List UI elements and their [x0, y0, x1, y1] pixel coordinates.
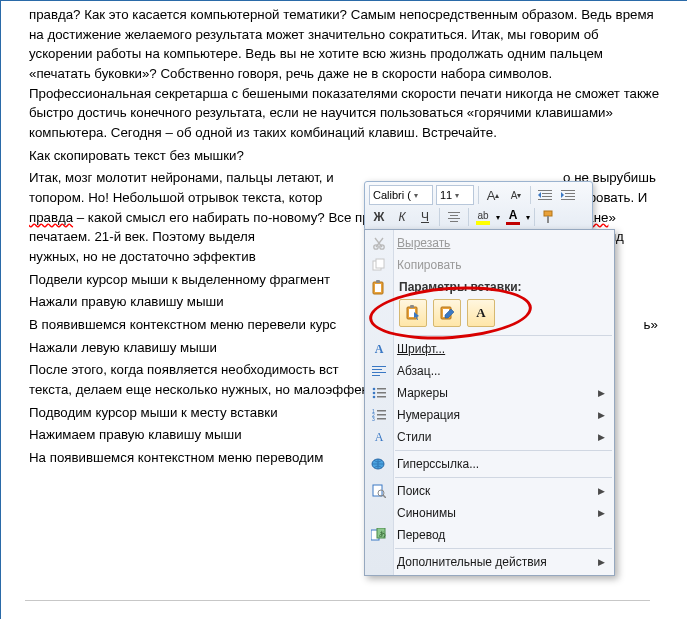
- additional-actions-icon: [371, 554, 387, 570]
- separator: [478, 186, 479, 204]
- svg-rect-15: [547, 216, 549, 223]
- svg-rect-43: [377, 414, 386, 416]
- svg-text:あ: あ: [379, 530, 386, 538]
- svg-marker-4: [538, 192, 541, 198]
- styles-icon: A: [371, 429, 387, 445]
- menu-item-paragraph[interactable]: Абзац...: [365, 360, 614, 382]
- decrease-indent-button[interactable]: [535, 185, 555, 205]
- svg-rect-14: [544, 211, 552, 216]
- svg-rect-37: [377, 392, 386, 394]
- italic-button[interactable]: К: [392, 207, 412, 227]
- context-menu: Вырезать Копировать Параметры вставки:: [364, 229, 615, 576]
- menu-item-synonyms[interactable]: Синонимы ▶: [365, 502, 614, 524]
- text-run: После этого, когда появляется необходимо…: [29, 362, 339, 377]
- font-name-value: Calibri (: [373, 189, 411, 201]
- font-size-combo[interactable]: 11▾: [436, 185, 474, 205]
- menu-item-translate[interactable]: あ Перевод: [365, 524, 614, 546]
- align-center-button[interactable]: [444, 207, 464, 227]
- page-footer-rule: [25, 600, 650, 601]
- grow-font-button[interactable]: A▴: [483, 185, 503, 205]
- chevron-down-icon: ▾: [414, 191, 418, 200]
- shrink-font-button[interactable]: A▾: [506, 185, 526, 205]
- chevron-down-icon: ▾: [455, 191, 459, 200]
- svg-rect-6: [565, 193, 575, 194]
- svg-rect-5: [561, 190, 575, 191]
- svg-rect-11: [450, 215, 458, 216]
- font-color-button[interactable]: A: [503, 207, 523, 227]
- menu-item-hyperlink[interactable]: Гиперссылка...: [365, 453, 614, 475]
- scissors-icon: [371, 235, 387, 251]
- svg-rect-3: [538, 199, 552, 200]
- submenu-arrow-icon: ▶: [594, 508, 614, 518]
- format-painter-button[interactable]: [539, 207, 559, 227]
- submenu-arrow-icon: ▶: [594, 486, 614, 496]
- svg-rect-41: [377, 410, 386, 412]
- paste-options-header: Параметры вставки:: [365, 276, 614, 296]
- separator: [395, 450, 612, 451]
- paragraph: Как скопировать текст без мышки?: [29, 146, 660, 166]
- text-run: В появившемся контекстном меню перевели …: [29, 317, 336, 332]
- paste-keep-source-button[interactable]: [399, 299, 427, 327]
- submenu-arrow-icon: ▶: [594, 410, 614, 420]
- paste-merge-formatting-button[interactable]: [433, 299, 461, 327]
- svg-point-34: [373, 388, 376, 391]
- svg-rect-10: [448, 212, 460, 213]
- separator: [439, 208, 440, 226]
- highlight-color-button[interactable]: ab: [473, 207, 493, 227]
- copy-icon: [371, 257, 387, 273]
- svg-rect-8: [561, 199, 575, 200]
- menu-item-styles[interactable]: A Стили ▶: [365, 426, 614, 448]
- menu-item-additional-actions[interactable]: Дополнительные действия ▶: [365, 551, 614, 573]
- menu-item-cut[interactable]: Вырезать: [365, 232, 614, 254]
- menu-item-bullets[interactable]: Маркеры ▶: [365, 382, 614, 404]
- increase-indent-button[interactable]: [558, 185, 578, 205]
- menu-item-font[interactable]: A Шрифт...: [365, 338, 614, 360]
- svg-point-38: [373, 396, 376, 399]
- separator: [534, 208, 535, 226]
- svg-rect-35: [377, 388, 386, 390]
- translate-icon: あ: [371, 527, 387, 543]
- svg-rect-12: [448, 218, 460, 219]
- separator: [468, 208, 469, 226]
- svg-rect-2: [542, 196, 552, 197]
- svg-rect-24: [376, 280, 380, 283]
- chevron-down-icon[interactable]: ▾: [526, 213, 530, 222]
- svg-rect-33: [372, 375, 380, 376]
- chevron-down-icon[interactable]: ▾: [496, 213, 500, 222]
- paste-text-only-button[interactable]: A: [467, 299, 495, 327]
- numbering-icon: 123: [371, 407, 387, 423]
- menu-group-paste-options: Параметры вставки: A: [365, 276, 614, 333]
- font-name-combo[interactable]: Calibri (▾: [369, 185, 433, 205]
- svg-rect-45: [377, 418, 386, 420]
- svg-rect-31: [372, 369, 382, 370]
- font-size-value: 11: [440, 189, 452, 201]
- hyperlink-icon: [371, 456, 387, 472]
- text-run: Итак, мозг молотит нейронами, пальцы лет…: [29, 170, 334, 185]
- font-dialog-icon: A: [371, 341, 387, 357]
- svg-text:3: 3: [372, 416, 375, 421]
- mini-toolbar: Calibri (▾ 11▾ A▴ A▾ Ж К Ч ab ▾ A ▾: [364, 181, 593, 231]
- separator: [395, 477, 612, 478]
- svg-rect-39: [377, 396, 386, 398]
- paragraph: правда? Как это касается компьютерной те…: [29, 5, 660, 143]
- svg-rect-23: [375, 284, 381, 292]
- svg-rect-27: [410, 305, 414, 308]
- bold-button[interactable]: Ж: [369, 207, 389, 227]
- menu-item-copy[interactable]: Копировать: [365, 254, 614, 276]
- svg-line-49: [383, 495, 386, 498]
- svg-rect-21: [376, 259, 384, 268]
- menu-item-numbering[interactable]: 123 Нумерация ▶: [365, 404, 614, 426]
- svg-rect-13: [450, 221, 458, 222]
- separator: [395, 335, 612, 336]
- separator: [395, 548, 612, 549]
- submenu-arrow-icon: ▶: [594, 432, 614, 442]
- underline-button[interactable]: Ч: [415, 207, 435, 227]
- svg-marker-9: [561, 192, 564, 198]
- svg-rect-7: [565, 196, 575, 197]
- paragraph-dialog-icon: [371, 363, 387, 379]
- submenu-arrow-icon: ▶: [594, 557, 614, 567]
- search-icon: [371, 483, 387, 499]
- text-run: ь»: [644, 317, 658, 332]
- bullets-icon: [371, 385, 387, 401]
- menu-item-search[interactable]: Поиск ▶: [365, 480, 614, 502]
